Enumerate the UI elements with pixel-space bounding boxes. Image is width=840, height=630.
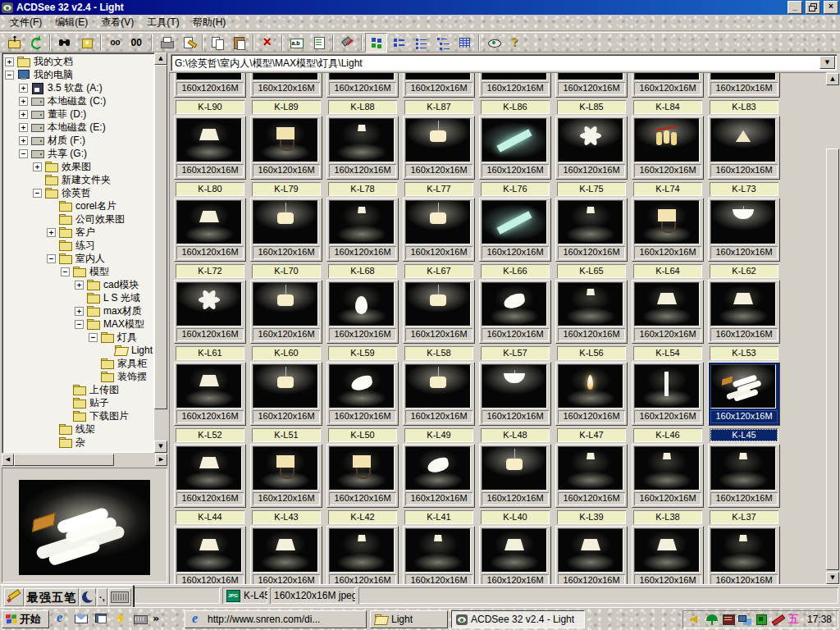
thumbnail-name-label[interactable]: K-L65 [557,264,626,278]
thumbnail-name-label[interactable]: K-L42 [328,510,397,524]
thumbnail-K-L47[interactable]: 160x120x16MK-L47 [555,362,628,442]
thumbnail-name-label[interactable]: K-L60 [252,346,321,360]
thumbnail-unnamed[interactable]: 160x120x16M [326,526,399,585]
thumbnail-image[interactable] [558,72,623,80]
tree-item-董菲 (D:)[interactable]: +董菲 (D:) [3,107,154,121]
thumbnail-K-L74[interactable]: 160x120x16MK-L74 [632,116,704,196]
thumbnail-name-label[interactable]: K-L51 [252,428,321,442]
thumbnail-image[interactable] [176,200,242,244]
tree-expander[interactable]: + [75,281,84,290]
thumbnail-K-L56[interactable]: 160x120x16MK-L56 [555,280,628,360]
tree-item-公司效果图[interactable]: 公司效果图 [3,212,154,226]
tree-item-灯具[interactable]: −灯具 [3,331,154,344]
thumbnail-name-label[interactable]: K-L44 [176,510,244,524]
thumbnail-name-label[interactable]: K-L37 [710,510,778,524]
thumbnail-image[interactable] [710,446,776,491]
thumbnail-image[interactable] [329,446,395,491]
thumbnail-K-L87[interactable]: 160x120x16MK-L87 [403,72,475,114]
tree-vertical-scrollbar[interactable]: ▲ ▼ [154,52,167,453]
tree-item-下载图片[interactable]: 下载图片 [3,409,154,422]
thumbnail-K-L75[interactable]: 160x120x16MK-L75 [555,116,628,196]
thumbnail-name-label[interactable]: K-L66 [481,264,550,278]
thumbnail-K-L50[interactable]: 160x120x16MK-L50 [326,362,399,442]
thumbnail-unnamed[interactable]: 160x120x16M [479,526,551,585]
thumbnail-name-label[interactable]: K-L77 [404,182,473,196]
tree-hscroll-thumb[interactable] [14,454,114,466]
tree-item-模型[interactable]: −模型 [3,265,154,278]
thumbnail-K-L46[interactable]: 160x120x16MK-L46 [632,362,704,442]
thumbnail-name-label[interactable]: K-L73 [710,182,778,196]
thumbnail-name-label[interactable]: K-L59 [328,346,397,360]
menu-item-2[interactable]: 查看(V) [94,14,140,31]
thumbnail-K-L88[interactable]: 160x120x16MK-L88 [326,72,399,114]
thumbnail-name-label[interactable]: K-L85 [557,100,626,114]
thumbnail-name-label[interactable]: K-L54 [633,346,702,360]
start-button[interactable]: 开始 [2,610,49,628]
thumbnail-K-L37[interactable]: 160x120x16MK-L37 [708,444,780,524]
thumbnail-K-L43[interactable]: 160x120x16MK-L43 [250,444,322,524]
thumbnail-K-L90[interactable]: 160x120x16MK-L90 [174,72,246,114]
thumbnail-name-label[interactable]: K-L64 [633,264,702,278]
tree-item-corel名片[interactable]: corel名片 [3,199,154,212]
paste-button[interactable] [228,33,250,52]
thumbnail-image[interactable] [482,446,547,491]
thumbnail-name-label[interactable]: K-L38 [633,510,702,524]
thumbnail-image[interactable] [176,118,242,162]
ime-fullhalf-toggle[interactable] [80,588,96,606]
thumbnail-name-label[interactable]: K-L41 [404,510,473,524]
thumbnail-name-label[interactable]: K-L53 [710,346,778,360]
thumbnail-image[interactable] [558,200,623,244]
tree-item-3.5 软盘 (A:)[interactable]: +3.5 软盘 (A:) [3,81,154,94]
thumbnail-name-label[interactable]: K-L46 [633,428,702,442]
keyboard-app-quicklaunch-icon[interactable] [133,611,148,626]
thumbnail-image[interactable] [482,282,547,326]
thumbnail-K-L72[interactable]: 160x120x16MK-L72 [174,198,246,278]
tree-expander[interactable]: + [19,84,28,93]
wubi-ime-tray-icon[interactable] [788,613,801,626]
thumbnail-K-L77[interactable]: 160x120x16MK-L77 [403,116,475,196]
thumbnail-name-label[interactable]: K-L40 [481,510,550,524]
thumbnail-image[interactable] [329,528,395,573]
thumbnail-K-L65[interactable]: 160x120x16MK-L65 [555,198,628,278]
thumbnail-K-L66[interactable]: 160x120x16MK-L66 [479,198,551,278]
thumbnail-K-L64[interactable]: 160x120x16MK-L64 [632,198,704,278]
tree-item-效果图[interactable]: +效果图 [3,160,154,173]
grid-scroll-thumb[interactable] [826,148,839,570]
address-bar[interactable]: G:\徐英哲\室内人\模型\MAX模型\灯具\Light ▼ [171,54,837,71]
minimize-button[interactable]: _ [788,1,802,14]
thumbnail-name-label[interactable]: K-L72 [176,264,244,278]
vm-small-button[interactable] [387,33,409,52]
ime-softkeyboard-toggle[interactable] [108,588,131,606]
thumbnail-image[interactable] [405,72,471,80]
thumbnail-K-L79[interactable]: 160x120x16MK-L79 [250,116,322,196]
task-button-2[interactable]: ACDSee 32 v2.4 - Light [451,610,585,628]
thumbnail-unnamed[interactable]: 160x120x16M [403,526,475,585]
grid-scroll-up-button[interactable]: ▲ [826,73,839,85]
thumbnail-name-label[interactable]: K-L52 [176,428,244,442]
tree-item-共享 (G:)[interactable]: −共享 (G:) [3,147,154,160]
thumbnail-K-L45[interactable]: 160x120x16MK-L45 [708,362,780,442]
tree-item-线架[interactable]: 线架 [3,422,154,436]
rename-button[interactable] [285,33,308,52]
tree-item-L S 光域[interactable]: L S 光域 [3,291,154,304]
thumbnail-unnamed[interactable]: 160x120x16M [174,526,246,585]
thumbnail-image[interactable] [482,118,547,162]
thumbnail-image[interactable] [482,72,547,80]
delete-button[interactable] [257,33,279,52]
thumbnail-K-L48[interactable]: 160x120x16MK-L48 [479,362,551,442]
thumbnail-image[interactable] [176,528,242,573]
thumbnail-K-L80[interactable]: 160x120x16MK-L80 [174,116,246,196]
tree-expander[interactable]: + [19,110,28,119]
vm-tree-button[interactable] [431,33,454,52]
tree-expander[interactable]: − [61,267,70,276]
thumbnail-name-label[interactable]: K-L70 [252,264,321,278]
thumbnail-image[interactable] [405,528,471,573]
thumbnail-K-L60[interactable]: 160x120x16MK-L60 [250,280,322,360]
tree-expander[interactable]: + [19,123,28,132]
thumbnail-K-L86[interactable]: 160x120x16MK-L86 [479,72,551,114]
thumbnail-K-L83[interactable]: 160x120x16MK-L83 [708,72,780,114]
thumbnail-image[interactable] [634,72,700,80]
thumbnail-name-label[interactable]: K-L87 [404,100,473,114]
thumbnail-name-label[interactable]: K-L75 [557,182,626,196]
tree-item-max材质[interactable]: +max材质 [3,304,154,317]
